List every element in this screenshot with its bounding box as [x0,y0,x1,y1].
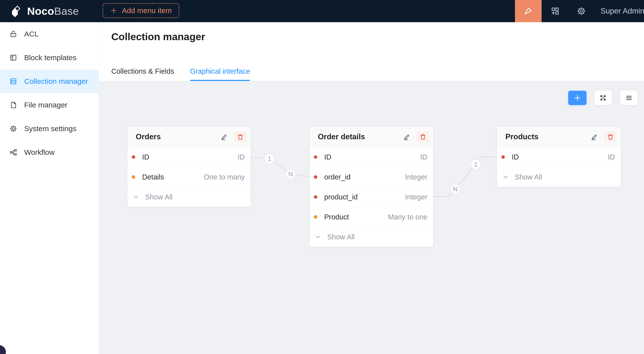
gear-icon [577,6,586,16]
fullscreen-button[interactable] [594,91,612,105]
field-name: Product [324,213,349,221]
add-menu-item-button[interactable]: Add menu item [103,3,179,18]
plugin-manager-button[interactable] [546,0,564,22]
collection-table-icon [10,77,17,85]
edit-pencil-icon [220,133,228,140]
delete-collection-button[interactable] [416,132,429,142]
sidebar-item-label: Collection manager [24,77,88,85]
sidebar-item-label: Block templates [24,53,76,62]
delete-collection-button[interactable] [234,132,247,142]
field-color-dot [314,195,317,199]
chevron-down-icon [315,234,321,240]
field-name: ID [512,153,519,161]
sidebar-item-collection-manager[interactable]: Collection manager [0,69,99,93]
field-name: Details [142,173,164,181]
diagram-menu-button[interactable] [620,91,638,105]
field-type: Many to one [388,213,427,221]
field-color-dot [132,175,135,179]
edit-collection-button[interactable] [218,132,230,142]
file-icon [10,101,17,109]
plus-icon [110,7,118,14]
show-all-label: Show All [327,233,354,241]
appstore-add-icon [550,6,560,16]
chevron-down-icon [133,194,139,200]
tab-bar: Collections & Fields Graphical interface [111,67,250,81]
entity-card-orders[interactable]: Orders ID ID Details O [127,127,251,207]
field-row: ID ID [310,147,433,167]
app-root: NocoBase Add menu item [0,0,644,354]
field-type: ID [420,153,427,161]
field-name: ID [324,153,332,161]
nocobase-logo[interactable]: NocoBase [10,0,79,22]
field-name: product_id [324,193,358,201]
edit-collection-button[interactable] [589,132,600,142]
entity-card-header: Order details [310,127,433,147]
sidebar-item-label: System settings [24,124,76,133]
field-color-dot [314,155,317,159]
delete-collection-button[interactable] [604,132,617,142]
field-color-dot [132,155,135,159]
field-type: Integer [405,193,427,201]
highlighter-icon [523,6,533,16]
field-row: Details One to many [127,167,251,187]
user-name: Super Admin [600,7,644,15]
sidebar-item-file-manager[interactable]: File manager [0,93,99,117]
workflow-icon [10,148,17,156]
edit-collection-button[interactable] [401,132,412,142]
entity-title: Order details [318,132,365,141]
show-all-label: Show All [145,193,172,201]
fullscreen-icon [599,94,607,102]
tab-collections-and-fields[interactable]: Collections & Fields [111,67,174,81]
chevron-down-icon [502,174,509,180]
sidebar-item-workflow[interactable]: Workflow [0,140,99,164]
sidebar-item-label: ACL [24,30,38,38]
field-row: order_id Integer [310,167,433,187]
sidebar-item-acl[interactable]: ACL [0,22,99,46]
entity-title: Products [505,132,538,141]
show-all-button[interactable]: Show All [127,187,251,207]
ui-editor-toggle-button[interactable] [515,0,542,22]
field-color-dot [314,215,317,219]
field-name: order_id [324,173,350,181]
page-title: Collection manager [111,31,205,43]
entity-card-header: Orders [127,127,251,147]
field-type: Integer [405,173,427,181]
hamburger-menu-icon [625,94,633,102]
show-all-button[interactable]: Show All [310,227,433,247]
gear-icon [10,125,17,133]
entity-card-products[interactable]: Products ID ID Show All [497,127,621,187]
sidebar: ACL Block templates Collection manager [0,22,99,354]
trash-icon [419,133,426,140]
sidebar-item-system-settings[interactable]: System settings [0,117,99,140]
layout-icon [10,54,17,62]
field-row: ID ID [127,147,251,167]
field-type: ID [238,153,245,161]
trash-icon [237,133,244,140]
field-row: product_id Integer [310,187,433,207]
field-type: One to many [204,173,245,181]
entity-card-order-details[interactable]: Order details ID ID order_id [310,127,433,247]
field-color-dot [314,175,317,179]
trash-icon [607,133,614,140]
top-header: NocoBase Add menu item [0,0,644,22]
field-color-dot [502,155,505,159]
nocobase-cube-icon [10,4,23,18]
tab-graphical-interface[interactable]: Graphical interface [190,67,250,81]
sidebar-item-label: Workflow [24,148,54,157]
brand-text: NocoBase [27,5,79,17]
show-all-button[interactable]: Show All [497,167,621,187]
plus-icon [573,94,582,102]
field-name: ID [142,153,149,161]
add-collection-button[interactable] [568,91,586,105]
system-settings-button[interactable] [572,0,591,22]
sidebar-item-block-templates[interactable]: Block templates [0,46,99,69]
field-row: ID ID [497,147,621,167]
entity-title: Orders [136,132,161,141]
edit-pencil-icon [403,133,410,140]
entity-card-header: Products [497,127,621,147]
field-type: ID [608,153,615,161]
field-row: Product Many to one [310,207,433,227]
user-menu[interactable]: Super Admin [600,0,644,22]
edit-pencil-icon [591,133,598,140]
show-all-label: Show All [515,173,542,181]
